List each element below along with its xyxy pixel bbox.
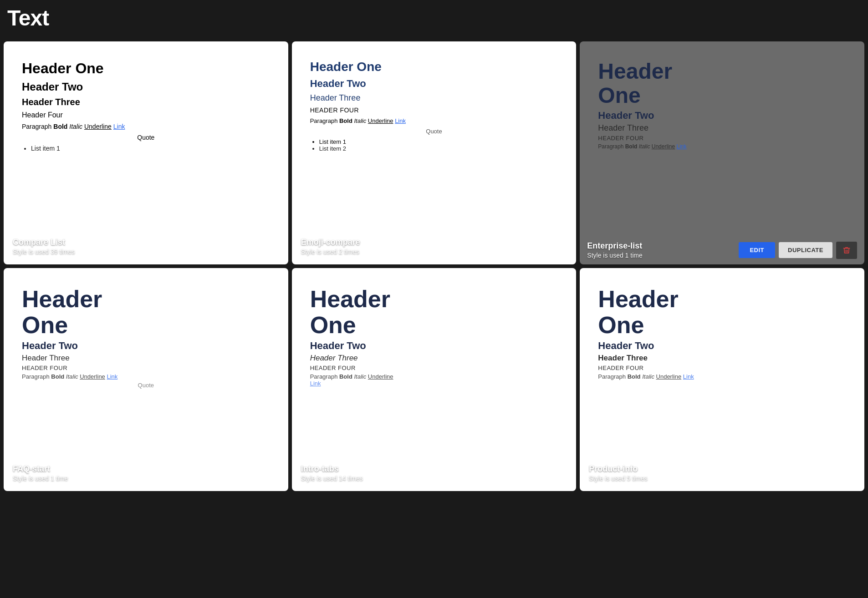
card5-h3: Header Three bbox=[310, 354, 558, 363]
card4-h4: HEADER FOUR bbox=[22, 365, 270, 371]
delete-button[interactable] bbox=[836, 242, 857, 259]
card3-h3: Header Three bbox=[598, 123, 846, 133]
card2-h4: HEADER FOUR bbox=[310, 106, 558, 114]
card3-h4: HEADER FOUR bbox=[598, 135, 846, 142]
card6-usage: Style is used 5 times bbox=[589, 475, 855, 482]
card3-para: Paragraph Bold Italic Underline Link bbox=[598, 143, 846, 150]
card1-h4: Header Four bbox=[22, 111, 270, 119]
card4-h3: Header Three bbox=[22, 354, 270, 363]
card5-h1: HeaderOne bbox=[310, 286, 558, 338]
trash-icon bbox=[842, 246, 851, 254]
card1-list: List item 1 bbox=[22, 145, 270, 152]
card1-para: Paragraph Bold Italic Underline Link bbox=[22, 123, 270, 130]
card-product-info[interactable]: HeaderOne Header Two Header Three HEADER… bbox=[580, 268, 864, 491]
card4-para: Paragraph Bold Italic Underline Link bbox=[22, 373, 270, 380]
card2-usage: Style is used 2 times bbox=[301, 248, 567, 255]
card4-name: FAQ-start bbox=[13, 464, 279, 474]
card4-usage: Style is used 1 time bbox=[13, 475, 279, 482]
card3-h1: HeaderOne bbox=[598, 60, 846, 108]
card4-h2: Header Two bbox=[22, 340, 270, 352]
card5-h2: Header Two bbox=[310, 340, 558, 352]
card-intro-tabs[interactable]: HeaderOne Header Two Header Three HEADER… bbox=[292, 268, 577, 491]
card6-name: Product-info bbox=[589, 464, 855, 474]
card2-h1: Header One bbox=[310, 60, 558, 74]
card5-para: Paragraph Bold Italic UnderlineLink bbox=[310, 373, 558, 387]
card2-h2: Header Two bbox=[310, 78, 558, 90]
card5-usage: Style is used 14 times bbox=[301, 475, 567, 482]
card4-h1: HeaderOne bbox=[22, 286, 270, 338]
card6-h2: Header Two bbox=[598, 340, 846, 352]
card6-h4: HEADER FOUR bbox=[598, 365, 846, 371]
card5-h4: HEADER FOUR bbox=[310, 365, 558, 371]
card6-h1: HeaderOne bbox=[598, 286, 846, 338]
card-faq-start[interactable]: HeaderOne Header Two Header Three HEADER… bbox=[4, 268, 288, 491]
edit-button[interactable]: EDIT bbox=[739, 242, 775, 258]
card3-usage: Style is used 1 time bbox=[587, 252, 735, 259]
card3-name: Enterprise-list bbox=[587, 241, 735, 251]
page-header: Text bbox=[0, 0, 868, 38]
card6-h3: Header Three bbox=[598, 354, 846, 363]
card1-h2: Header Two bbox=[22, 81, 270, 93]
card1-h1: Header One bbox=[22, 60, 270, 77]
cards-grid: Header One Header Two Header Three Heade… bbox=[0, 38, 868, 495]
card2-quote: Quote bbox=[310, 128, 558, 135]
card1-name: Compare List bbox=[13, 238, 279, 247]
card2-h3: Header Three bbox=[310, 93, 558, 103]
card1-h3: Header Three bbox=[22, 97, 270, 107]
card6-para: Paragraph Bold Italic Underline Link bbox=[598, 373, 846, 380]
duplicate-button[interactable]: DUPLICATE bbox=[779, 242, 832, 258]
card5-name: Intro-tabs bbox=[301, 464, 567, 474]
card-emoji-compare[interactable]: Header One Header Two Header Three HEADE… bbox=[292, 41, 577, 264]
card4-quote: Quote bbox=[22, 382, 270, 389]
card3-h2: Header Two bbox=[598, 110, 846, 122]
card2-list: List item 1 List item 2 bbox=[310, 138, 558, 152]
card1-usage: Style is used 39 times bbox=[13, 248, 279, 255]
card2-name: Emoji-compare bbox=[301, 238, 567, 247]
card1-quote: Quote bbox=[22, 134, 270, 141]
card-enterprise-list[interactable]: HeaderOne Header Two Header Three HEADER… bbox=[580, 41, 864, 264]
page-title: Text bbox=[7, 5, 861, 30]
card-compare-list[interactable]: Header One Header Two Header Three Heade… bbox=[4, 41, 288, 264]
card2-para: Paragraph Bold Italic Underline Link bbox=[310, 117, 558, 124]
